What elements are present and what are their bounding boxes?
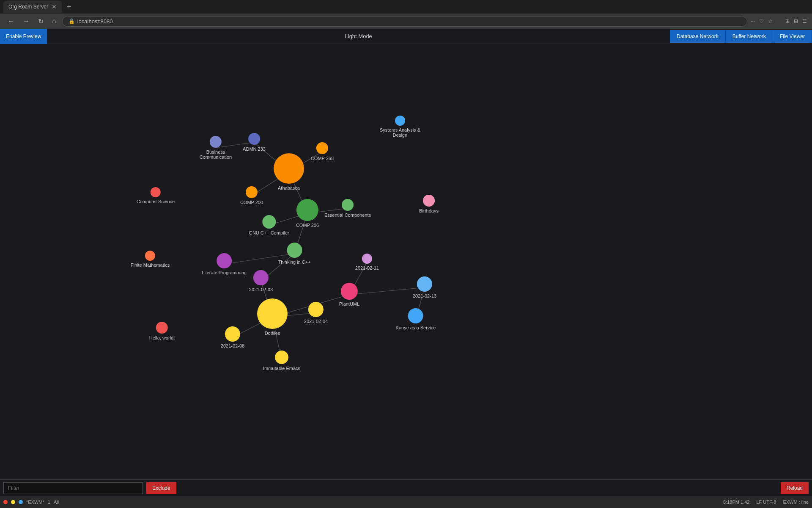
node-comp200[interactable]: COMP 200 xyxy=(240,186,263,205)
node-circle-athabasca xyxy=(274,153,304,184)
hamburger-icon[interactable]: ☰ xyxy=(802,18,807,24)
bookmark-icon[interactable]: ♡ xyxy=(759,18,764,24)
node-finite-math[interactable]: Finite Mathematics xyxy=(131,251,170,268)
node-label-date-2021-02-11: 2021-02-11 xyxy=(355,265,379,271)
tab-file-viewer[interactable]: File Viewer xyxy=(773,30,812,43)
node-date-2021-02-13[interactable]: 2021-02-13 xyxy=(413,276,436,298)
node-label-date-2021-02-03: 2021-02-03 xyxy=(249,287,273,292)
node-dotfiles[interactable]: Dotfiles xyxy=(257,298,288,336)
node-kanye[interactable]: Kanye as a Service xyxy=(396,308,436,330)
status-time: 8:18PM 1.42 xyxy=(723,500,749,505)
enable-preview-button[interactable]: Enable Preview xyxy=(0,29,47,44)
menu-dots-icon[interactable]: ··· xyxy=(751,18,755,24)
status-right: 8:18PM 1.42 LF UTF-8 EXWM : line xyxy=(723,500,809,505)
node-date-2021-02-04[interactable]: 2021-02-04 xyxy=(304,302,328,324)
node-circle-thinking-cpp xyxy=(287,243,302,258)
forward-button[interactable]: → xyxy=(20,17,32,26)
node-date-2021-02-11[interactable]: 2021-02-11 xyxy=(355,254,379,271)
node-circle-immutable-emacs xyxy=(275,351,288,364)
node-label-admn233: ADMN 233 xyxy=(243,146,266,152)
library-icon[interactable]: ⊞ xyxy=(785,18,790,24)
workspace-num: 1 xyxy=(48,500,50,505)
browser-tab[interactable]: Org Roam Server ✕ xyxy=(3,1,62,13)
node-comp206[interactable]: COMP 206 xyxy=(296,199,319,228)
node-circle-date-2021-02-08 xyxy=(225,326,240,342)
node-systems-analysis[interactable]: Systems Analysis &Design xyxy=(380,116,420,138)
node-circle-hello-world xyxy=(156,322,168,334)
node-business-comm[interactable]: BusinessCommunication xyxy=(200,136,232,160)
node-circle-date-2021-02-13 xyxy=(417,276,432,292)
bottom-bar: Exclude Reload xyxy=(0,479,812,496)
url-text: localhost:8080 xyxy=(77,18,113,25)
node-thinking-cpp[interactable]: Thinking in C++ xyxy=(278,243,310,265)
node-essential-components[interactable]: Essential Components xyxy=(324,199,371,218)
node-date-2021-02-08[interactable]: 2021-02-08 xyxy=(221,326,244,348)
node-label-date-2021-02-08: 2021-02-08 xyxy=(221,343,244,348)
filter-input[interactable] xyxy=(3,482,143,494)
exclude-button[interactable]: Exclude xyxy=(146,482,176,494)
star-icon[interactable]: ☆ xyxy=(768,18,773,24)
address-right: ··· ♡ ☆ ⊞ ⊟ ☰ xyxy=(751,18,807,24)
home-button[interactable]: ⌂ xyxy=(49,17,59,26)
main-canvas: BusinessCommunicationADMN 233COMP 268Sys… xyxy=(0,44,812,493)
node-date-2021-02-03[interactable]: 2021-02-03 xyxy=(249,270,273,292)
browser-chrome: Org Roam Server ✕ + ← → ↻ ⌂ 🔒 localhost:… xyxy=(0,0,812,29)
node-label-literate-prog: Literate Programming xyxy=(202,270,247,275)
node-gnu-cpp[interactable]: GNU C++ Compiler xyxy=(249,215,289,235)
tab-close-button[interactable]: ✕ xyxy=(52,3,57,10)
node-athabasca[interactable]: Athabasca xyxy=(274,153,304,190)
node-label-business-comm: BusinessCommunication xyxy=(200,149,232,160)
new-tab-button[interactable]: + xyxy=(63,3,75,11)
node-plantuml[interactable]: PlantUML xyxy=(339,283,359,306)
reload-browser-button[interactable]: ↻ xyxy=(36,17,46,26)
edges-svg xyxy=(0,44,812,493)
url-box[interactable]: 🔒 localhost:8080 xyxy=(62,16,747,27)
node-immutable-emacs[interactable]: Immutable Emacs xyxy=(263,351,300,371)
tab-bar: Org Roam Server ✕ + xyxy=(0,0,812,14)
status-dot-yellow xyxy=(11,500,15,504)
node-circle-essential-components xyxy=(342,199,354,211)
node-hello-world[interactable]: Hello, world! xyxy=(149,322,175,340)
node-birthdays[interactable]: Birthdays xyxy=(419,195,439,213)
node-circle-gnu-cpp xyxy=(262,215,276,229)
node-admn233[interactable]: ADMN 233 xyxy=(243,133,266,152)
app-bar: Enable Preview Light Mode Database Netwo… xyxy=(0,29,812,44)
reload-button[interactable]: Reload xyxy=(781,482,809,494)
security-icon: 🔒 xyxy=(69,18,75,24)
tab-buffer-network[interactable]: Buffer Network xyxy=(726,30,773,43)
status-bar: *EXWM* 1 All 8:18PM 1.42 LF UTF-8 EXWM :… xyxy=(0,496,812,508)
node-label-comp206: COMP 206 xyxy=(296,223,319,228)
node-label-gnu-cpp: GNU C++ Compiler xyxy=(249,230,289,235)
node-circle-dotfiles xyxy=(257,298,288,329)
node-circle-date-2021-02-03 xyxy=(253,270,269,285)
node-label-comp200: COMP 200 xyxy=(240,200,263,205)
node-label-thinking-cpp: Thinking in C++ xyxy=(278,260,310,265)
node-circle-business-comm xyxy=(210,136,222,148)
tab-title: Org Roam Server xyxy=(8,4,48,10)
node-literate-prog[interactable]: Literate Programming xyxy=(202,253,247,275)
node-circle-finite-math xyxy=(145,251,155,261)
node-label-immutable-emacs: Immutable Emacs xyxy=(263,366,300,371)
light-mode-label: Light Mode xyxy=(47,33,670,39)
workspace-label: *EXWM* xyxy=(26,500,44,505)
node-circle-literate-prog xyxy=(217,253,232,268)
node-circle-comp200 xyxy=(246,186,258,198)
node-label-plantuml: PlantUML xyxy=(339,301,359,306)
node-comp268[interactable]: COMP 268 xyxy=(311,142,334,161)
node-label-date-2021-02-13: 2021-02-13 xyxy=(413,293,436,298)
address-bar: ← → ↻ ⌂ 🔒 localhost:8080 ··· ♡ ☆ ⊞ ⊟ ☰ xyxy=(0,14,812,29)
node-circle-systems-analysis xyxy=(395,116,405,126)
node-circle-kanye xyxy=(408,308,423,323)
workspace-all: All xyxy=(54,500,59,505)
node-comp-sci[interactable]: Computer Science xyxy=(137,187,175,204)
back-button[interactable]: ← xyxy=(5,17,17,26)
status-dot-blue xyxy=(19,500,23,504)
node-circle-plantuml xyxy=(341,283,358,300)
node-label-comp268: COMP 268 xyxy=(311,156,334,161)
status-mode: EXWM : line xyxy=(783,500,809,505)
node-circle-date-2021-02-11 xyxy=(362,254,372,264)
tab-database-network[interactable]: Database Network xyxy=(670,30,726,43)
split-icon[interactable]: ⊟ xyxy=(794,18,798,24)
node-label-systems-analysis: Systems Analysis &Design xyxy=(380,127,420,138)
node-label-dotfiles: Dotfiles xyxy=(265,331,280,336)
